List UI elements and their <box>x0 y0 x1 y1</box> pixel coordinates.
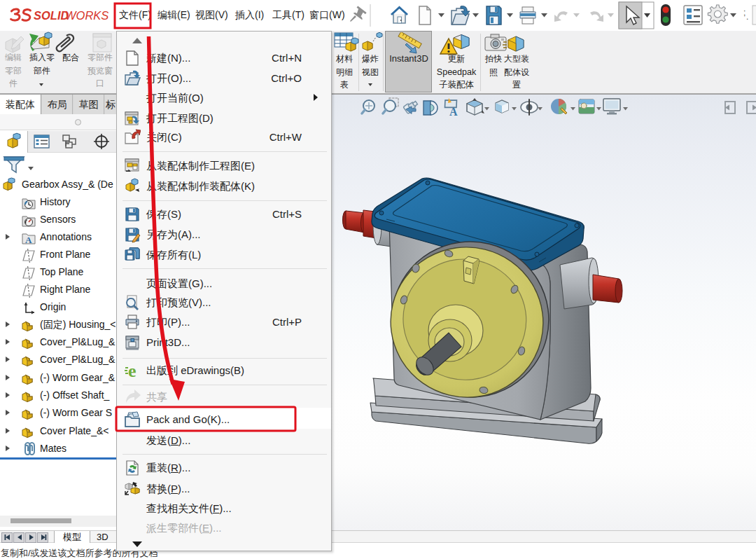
svg-text:A: A <box>449 106 458 118</box>
svg-text:.: . <box>746 12 748 22</box>
svg-text:;: ; <box>743 8 746 18</box>
svg-text:e: e <box>128 362 136 379</box>
svg-text:A: A <box>25 235 32 245</box>
